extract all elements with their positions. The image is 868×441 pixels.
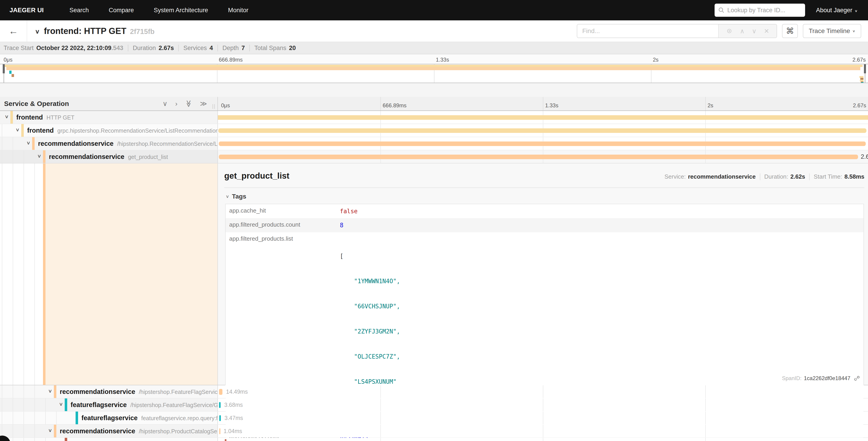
collapse-one-icon[interactable]: ∨	[162, 100, 167, 107]
span-name-cell[interactable]: ∨ recommendationservice/hipstershop.Reco…	[0, 137, 218, 150]
span-bar[interactable]	[219, 402, 221, 408]
services-value: 4	[210, 45, 213, 52]
tick-label: 666.89ms	[219, 57, 243, 63]
span-timeline-cell[interactable]: 14.49ms	[218, 385, 868, 398]
span-name-cell[interactable]: ∨ recommendationserviceget_product_list	[0, 150, 218, 163]
collapse-all-icon[interactable]: ≫	[185, 100, 192, 107]
divider	[224, 187, 864, 188]
span-operation: /hipstershop.FeatureFlagService...	[139, 389, 218, 395]
chevron-down-icon[interactable]: ∨	[16, 127, 20, 133]
back-button[interactable]: ←	[0, 20, 27, 42]
span-service: featureflagservice	[82, 414, 137, 421]
span-name-cell[interactable]: ∨ frontendHTTP GET	[0, 111, 218, 124]
total-spans-label: Total Spans	[254, 45, 286, 52]
trace-id-lookup-placeholder: Lookup by Trace ID...	[727, 7, 785, 14]
arrow-left-icon: ←	[9, 26, 18, 36]
service-value: recommendationservice	[688, 173, 755, 180]
minimap-span	[11, 74, 14, 77]
trace-title[interactable]: ∨ frontend: HTTP GET 2f715fb	[27, 26, 155, 36]
service-operation-header: Service & Operation	[4, 100, 69, 108]
span-name-cell[interactable]: featureflagservicefeatureflagservice.rep…	[0, 412, 218, 424]
duration-value: 2.67s	[159, 45, 174, 52]
clear-find-icon[interactable]: ✕	[764, 27, 769, 35]
expand-all-icon[interactable]: ≫	[200, 100, 207, 107]
span-timeline-cell[interactable]	[218, 111, 868, 124]
span-timeline-cell[interactable]: 2.62s	[218, 150, 868, 163]
span-color-bar	[54, 385, 56, 398]
span-operation: featureflagservice.repo.query:fe...	[141, 415, 218, 421]
span-bar[interactable]	[219, 142, 866, 146]
span-bar[interactable]	[219, 389, 222, 395]
expand-one-icon[interactable]: ›	[175, 100, 177, 107]
tick-label: 0μs	[4, 57, 12, 63]
span-id-row: SpanID: 1ca2262df0e18447	[782, 375, 860, 382]
chevron-down-icon[interactable]: ∨	[59, 401, 63, 407]
viewport-left-handle[interactable]	[3, 64, 5, 74]
tick-label: 1.33s	[545, 102, 558, 109]
span-service: recommendationservice	[38, 140, 114, 147]
span-bar[interactable]	[225, 439, 226, 441]
span-bar[interactable]	[219, 415, 221, 421]
app-logo[interactable]: JAEGER UI	[9, 6, 44, 14]
span-bar[interactable]	[218, 115, 868, 120]
span-bar[interactable]	[219, 155, 858, 159]
span-timeline-cell[interactable]	[218, 137, 868, 150]
find-addon: ∧ ∨ ✕	[718, 25, 777, 37]
trace-start-value: October 22 2022, 22:10:09	[36, 45, 112, 52]
locate-icon[interactable]	[726, 28, 733, 34]
tag-row: app.filtered_products.count 8	[226, 218, 864, 232]
prev-result-icon[interactable]: ∧	[740, 27, 745, 35]
chevron-down-icon[interactable]: ∨	[48, 388, 52, 394]
nav-item-system-architecture[interactable]: System Architecture	[144, 7, 218, 14]
span-operation: /hipstershop.FeatureFlagService/Ge...	[130, 402, 218, 408]
span-color-column[interactable]	[43, 164, 45, 385]
span-name-cell[interactable]: ∨ recommendationservice/hipstershop.Prod…	[0, 425, 218, 437]
chevron-down-icon[interactable]: ∨	[35, 28, 40, 35]
span-timeline-cell[interactable]	[218, 438, 868, 441]
chevron-down-icon[interactable]: ∨	[37, 153, 41, 159]
about-jaeger-menu[interactable]: About Jaeger∨	[816, 7, 858, 14]
span-name-cell[interactable]: ∨ featureflagservice/hipstershop.Feature…	[0, 399, 218, 411]
keyboard-shortcuts-button[interactable]: ⌘	[782, 24, 798, 38]
nav-item-monitor[interactable]: Monitor	[218, 7, 258, 14]
span-name-cell[interactable]: ∨ recommendationservice/hipstershop.Feat…	[0, 385, 218, 398]
nav-item-compare[interactable]: Compare	[99, 7, 144, 14]
minimap-canvas[interactable]	[0, 64, 868, 83]
span-detail-panel: get_product_list Service: recommendation…	[218, 164, 868, 385]
chevron-down-icon: ∨	[226, 194, 229, 199]
span-name-cell[interactable]: ∨ frontendgrpc.hipstershop.Recommendatio…	[0, 124, 218, 137]
top-nav: JAEGER UI Search Compare System Architec…	[0, 0, 868, 20]
viewport-right-handle[interactable]	[864, 64, 866, 74]
span-name-cell[interactable]	[0, 438, 218, 441]
span-timeline-cell[interactable]: 1.04ms	[218, 425, 868, 437]
command-icon: ⌘	[786, 26, 794, 36]
span-timeline-cell[interactable]	[218, 124, 868, 137]
trace-id-short: 2f715fb	[130, 28, 155, 36]
divider	[217, 45, 218, 51]
chevron-down-icon[interactable]: ∨	[4, 114, 9, 120]
span-color-bar	[43, 150, 45, 163]
chevron-down-icon[interactable]: ∨	[26, 140, 31, 146]
span-bar[interactable]	[219, 428, 220, 434]
span-bar[interactable]	[218, 128, 866, 133]
nav-item-search[interactable]: Search	[60, 7, 99, 14]
span-color-bar	[21, 124, 24, 137]
chevron-down-icon: ∨	[852, 29, 855, 33]
duration-value: 2.62s	[790, 173, 805, 180]
duration-label: Duration:	[764, 173, 788, 180]
column-resize-handle[interactable]: ||	[212, 103, 216, 109]
tick-label: 2s	[653, 57, 658, 63]
chevron-down-icon[interactable]: ∨	[48, 428, 52, 433]
tag-row: app.cache_hit false	[226, 204, 864, 218]
span-timeline-cell[interactable]: 3.68ms	[218, 399, 868, 411]
find-group: Find... ∧ ∨ ✕	[577, 24, 777, 38]
start-time-value: 8.58ms	[844, 173, 864, 180]
span-duration-label: 2.62s	[861, 153, 868, 160]
tags-section-toggle[interactable]: ∨ Tags	[226, 193, 864, 200]
span-timeline-cell[interactable]: 3.47ms	[218, 412, 868, 424]
next-result-icon[interactable]: ∨	[752, 27, 757, 35]
link-icon[interactable]	[854, 375, 860, 382]
find-input[interactable]: Find...	[577, 25, 718, 37]
trace-id-lookup-input[interactable]: Lookup by Trace ID...	[715, 4, 805, 17]
trace-view-selector[interactable]: Trace Timeline∨	[803, 24, 861, 38]
